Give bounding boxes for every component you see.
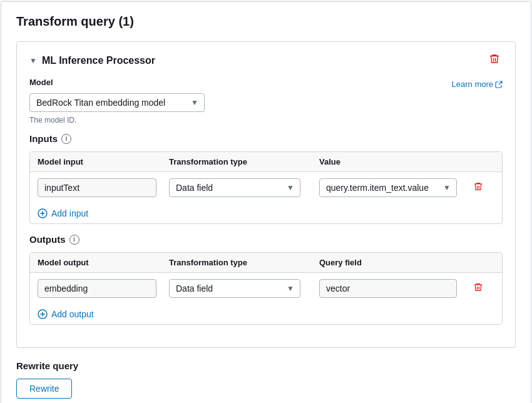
outputs-label-text: Outputs: [29, 234, 66, 245]
inputs-col2-header: Transformation type: [169, 157, 319, 166]
learn-more-text: Learn more: [452, 79, 493, 89]
outputs-transformation-wrapper: Data field Static value Expression ▼: [169, 279, 300, 298]
trash-icon: [473, 181, 483, 191]
delete-output-row-button[interactable]: [469, 281, 487, 296]
add-output-button[interactable]: Add output: [30, 304, 101, 324]
processor-title: ML Inference Processor: [42, 55, 155, 66]
learn-more-link[interactable]: Learn more: [452, 79, 503, 89]
model-select[interactable]: BedRock Titan embedding model: [29, 93, 205, 112]
inputs-label: Inputs i: [29, 133, 503, 144]
model-label: Model: [29, 78, 53, 87]
model-label-row: Model Learn more: [29, 78, 503, 91]
trash-icon: [473, 282, 483, 292]
external-link-icon: [495, 81, 503, 88]
table-row: Data field Static value Expression ▼: [30, 273, 502, 304]
outputs-query-field-input[interactable]: [319, 279, 457, 298]
rewrite-button[interactable]: Rewrite: [16, 379, 72, 399]
outputs-transformation-select[interactable]: Data field Static value Expression: [169, 279, 300, 298]
trash-icon: [489, 53, 500, 64]
collapse-icon[interactable]: ▼: [29, 56, 37, 65]
inputs-transformation-select[interactable]: Data field Static value Expression: [169, 178, 300, 197]
outputs-value-cell: [319, 279, 469, 298]
inputs-value-wrapper: query.term.item_text.value ▼: [319, 178, 457, 197]
delete-processor-button[interactable]: [486, 52, 503, 69]
model-select-wrapper: BedRock Titan embedding model ▼: [29, 93, 205, 112]
add-input-label: Add input: [51, 208, 88, 218]
outputs-model-output-field[interactable]: [38, 279, 156, 298]
inputs-table-header: Model input Transformation type Value: [30, 152, 502, 172]
inputs-value-cell: query.term.item_text.value ▼: [319, 178, 469, 197]
add-output-row: Add output: [30, 304, 502, 324]
rewrite-query-section: Rewrite query Rewrite: [16, 360, 516, 399]
table-row: Data field Static value Expression ▼ que…: [30, 172, 502, 203]
model-helper-text: The model ID.: [29, 116, 503, 125]
rewrite-query-title: Rewrite query: [16, 360, 516, 371]
outputs-table: Model output Transformation type Query f…: [29, 252, 503, 325]
outputs-table-header: Model output Transformation type Query f…: [30, 253, 502, 273]
section-header-left: ▼ ML Inference Processor: [29, 55, 155, 66]
outputs-col3-header: Query field: [319, 258, 469, 267]
plus-circle-icon: [38, 208, 48, 218]
inputs-label-text: Inputs: [29, 133, 58, 144]
section-header: ▼ ML Inference Processor: [29, 52, 503, 69]
page-title: Transform query (1): [16, 14, 516, 29]
inputs-transformation-cell: Data field Static value Expression ▼: [169, 178, 319, 197]
inputs-delete-cell: [469, 180, 494, 195]
outputs-label: Outputs i: [29, 234, 503, 245]
inputs-col1-header: Model input: [38, 157, 169, 166]
outputs-col2-header: Transformation type: [169, 258, 319, 267]
add-input-row: Add input: [30, 203, 502, 223]
outputs-info-icon: i: [69, 235, 79, 245]
inputs-table: Model input Transformation type Value Da…: [29, 151, 503, 224]
inputs-col3-header: Value: [319, 157, 469, 166]
outputs-model-output-cell: [38, 279, 169, 298]
page-wrapper: Transform query (1) ▼ ML Inference Proce…: [1, 1, 531, 403]
delete-input-row-button[interactable]: [469, 180, 487, 195]
outputs-col1-header: Model output: [38, 258, 169, 267]
add-input-button[interactable]: Add input: [30, 203, 96, 223]
inputs-value-select[interactable]: query.term.item_text.value: [319, 178, 457, 197]
inputs-model-input-field[interactable]: [38, 178, 156, 197]
plus-circle-icon: [38, 309, 48, 319]
inputs-info-icon: i: [61, 134, 71, 144]
outputs-transformation-cell: Data field Static value Expression ▼: [169, 279, 319, 298]
inputs-model-input-cell: [38, 178, 169, 197]
inputs-transformation-wrapper: Data field Static value Expression ▼: [169, 178, 300, 197]
outputs-delete-cell: [469, 281, 494, 296]
add-output-label: Add output: [51, 309, 94, 319]
ml-inference-processor-card: ▼ ML Inference Processor Model Learn mor…: [16, 41, 516, 348]
